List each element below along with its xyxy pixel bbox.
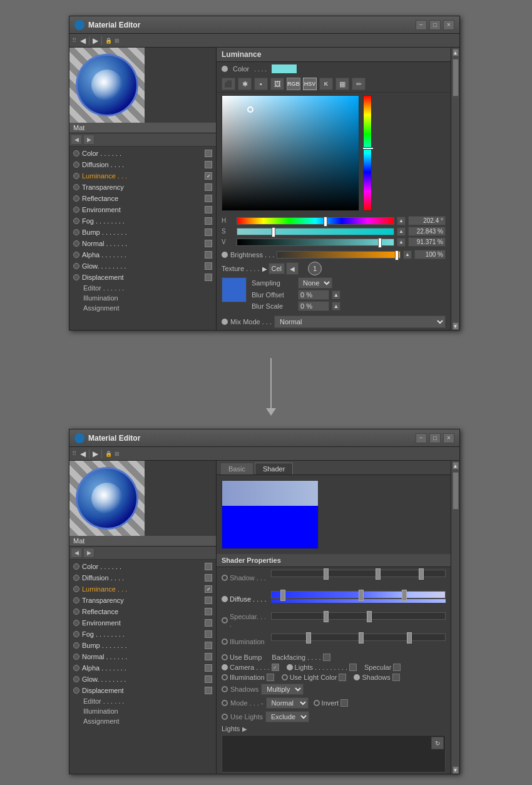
brightness-value[interactable] — [414, 250, 446, 259]
backfacing-checkbox[interactable] — [323, 654, 330, 661]
color-radio[interactable] — [222, 66, 228, 72]
mat-sub-editor-2[interactable]: Editor . . . . . . — [69, 696, 216, 706]
brightness-track[interactable] — [277, 251, 401, 259]
tab-basic[interactable]: Basic — [220, 463, 253, 475]
icon-eyedropper[interactable]: ✏ — [352, 78, 366, 90]
shadows-checkbox[interactable] — [392, 674, 400, 681]
mat-item-alpha-2[interactable]: Alpha . . . . . . . — [69, 662, 216, 674]
mat-sub-illumination-2[interactable]: Illumination — [69, 706, 216, 716]
mat-check-luminance[interactable]: ✓ — [205, 172, 212, 180]
s-track[interactable] — [237, 228, 394, 235]
illumination-checkbox[interactable] — [267, 674, 274, 681]
nav-arrow-left-1[interactable]: ◀ — [80, 36, 86, 45]
invert-radio[interactable] — [314, 700, 320, 706]
shadow-thumb-3[interactable] — [419, 568, 424, 580]
shadows-radio[interactable] — [354, 674, 360, 680]
specular-radio[interactable] — [222, 617, 228, 623]
mat-sub-assignment-2[interactable]: Assignment — [69, 716, 216, 726]
mat-item-color[interactable]: Color . . . . . . — [69, 148, 216, 159]
mat-check-bump-2[interactable] — [205, 642, 212, 649]
s-stepper-up[interactable]: ▲ — [397, 227, 406, 236]
mat-item-transparency[interactable]: Transparency — [69, 182, 216, 193]
illumination-track[interactable] — [271, 634, 446, 641]
illumination-thumb-1[interactable] — [306, 632, 311, 644]
mat-item-fog-2[interactable]: Fog . . . . . . . . — [69, 629, 216, 640]
nav-arrow-right-2[interactable]: ▶ — [93, 449, 98, 458]
h-track[interactable] — [237, 217, 394, 225]
nav-arrow-left-2[interactable]: ◀ — [80, 449, 86, 458]
mat-check-displacement-2[interactable] — [205, 687, 212, 694]
mode-radio[interactable] — [222, 700, 228, 706]
mat-check-alpha[interactable] — [205, 251, 212, 259]
mat-item-glow[interactable]: Glow. . . . . . . . — [69, 260, 216, 272]
lights-radio[interactable] — [287, 664, 293, 670]
texture-options-btn[interactable]: ◀ 1 — [286, 262, 299, 275]
mat-check-alpha-2[interactable] — [205, 664, 212, 672]
texture-arrow[interactable]: ▶ — [262, 265, 267, 272]
mat-item-normal-2[interactable]: Normal . . . . . . — [69, 651, 216, 662]
illumination-thumb-3[interactable] — [407, 632, 412, 644]
mix-mode-radio[interactable] — [222, 319, 228, 325]
scroll-up[interactable]: ▲ — [453, 49, 459, 56]
tab-shader[interactable]: Shader — [255, 463, 293, 475]
mat-check-fog[interactable] — [205, 217, 212, 225]
diffuse-thumb-3[interactable] — [402, 590, 407, 601]
mat-check-environment[interactable] — [205, 206, 212, 213]
icon-hsv[interactable]: HSV — [303, 78, 317, 90]
mat-item-transparency-2[interactable]: Transparency — [69, 595, 216, 606]
specular-thumb-2[interactable] — [367, 611, 372, 622]
illumination-thumb-2[interactable] — [359, 632, 364, 644]
mat-ctrl-left-2[interactable]: ◀ — [71, 548, 82, 558]
v-track[interactable] — [237, 239, 394, 246]
scroll-thumb-2[interactable] — [453, 472, 459, 510]
icon-checker[interactable]: ▪ — [254, 78, 268, 90]
mat-check-color[interactable] — [205, 150, 212, 157]
shadows-select[interactable]: Multiply Normal Screen — [261, 684, 304, 695]
illumination-radio-2[interactable] — [222, 674, 228, 680]
scroll-up-2[interactable]: ▲ — [453, 462, 459, 469]
maximize-button-1[interactable]: □ — [429, 20, 441, 30]
close-button-1[interactable]: × — [443, 20, 454, 30]
lights-list-expand[interactable]: ▶ — [242, 726, 247, 732]
invert-checkbox[interactable] — [340, 699, 348, 707]
mat-check-glow[interactable] — [205, 262, 212, 270]
specular-thumb-1[interactable] — [324, 611, 329, 622]
mat-item-displacement-2[interactable]: Displacement — [69, 685, 216, 696]
mat-check-luminance-2[interactable]: ✓ — [205, 585, 212, 593]
blur-scale-stepper[interactable]: ▲ — [332, 302, 340, 310]
mat-item-reflectance-2[interactable]: Reflectance — [69, 606, 216, 617]
mat-check-bump[interactable] — [205, 228, 212, 236]
mat-check-diffusion-2[interactable] — [205, 574, 212, 582]
color-swatch-1[interactable] — [272, 64, 297, 73]
mat-check-transparency-2[interactable] — [205, 597, 212, 604]
blur-scale-value[interactable] — [298, 301, 329, 311]
s-value[interactable] — [408, 227, 446, 236]
use-lights-select[interactable]: Exclude Include — [265, 711, 309, 722]
diffuse-thumb-1[interactable] — [280, 590, 285, 601]
camera-radio[interactable] — [222, 664, 228, 670]
mat-sub-assignment[interactable]: Assignment — [69, 303, 216, 313]
mode-select[interactable]: Normal Multiply — [266, 697, 309, 709]
scroll-down[interactable]: ▼ — [453, 322, 459, 330]
blur-offset-stepper[interactable]: ▲ — [332, 290, 340, 299]
mat-item-glow-2[interactable]: Glow. . . . . . . . — [69, 674, 216, 685]
mat-sub-editor[interactable]: Editor . . . . . . — [69, 283, 216, 293]
mat-ctrl-left[interactable]: ◀ — [71, 135, 82, 145]
use-light-color-radio[interactable] — [282, 674, 288, 680]
mat-check-transparency[interactable] — [205, 183, 212, 191]
shadows-dropdown-radio[interactable] — [222, 686, 228, 692]
mat-item-alpha[interactable]: Alpha . . . . . . . — [69, 249, 216, 260]
mat-item-diffusion-2[interactable]: Diffusion . . . . — [69, 572, 216, 583]
mat-check-color-2[interactable] — [205, 563, 212, 570]
mat-item-diffusion[interactable]: Diffusion . . . . — [69, 159, 216, 170]
shadow-thumb-2[interactable] — [376, 568, 381, 580]
scrollbar-2[interactable]: ▲ ▼ — [451, 461, 459, 774]
blur-offset-value[interactable] — [298, 290, 329, 300]
mat-item-luminance[interactable]: Luminance . . . ✓ — [69, 170, 216, 182]
scroll-down-2[interactable]: ▼ — [453, 766, 459, 774]
icon-k[interactable]: K — [319, 78, 333, 90]
mat-item-bump-2[interactable]: Bump . . . . . . . — [69, 640, 216, 651]
texture-name[interactable]: Cel — [269, 263, 285, 274]
mat-check-glow-2[interactable] — [205, 675, 212, 683]
minimize-button-2[interactable]: − — [416, 433, 427, 443]
